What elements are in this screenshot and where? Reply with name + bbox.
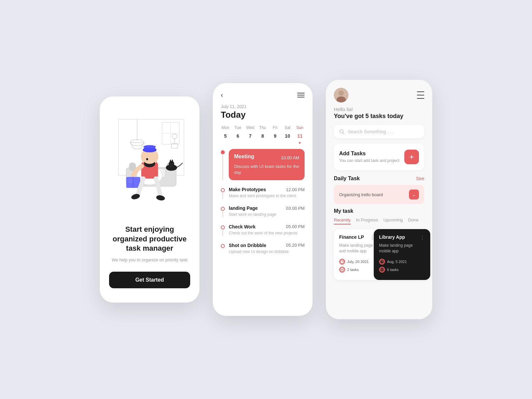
plus-icon: + xyxy=(409,153,414,161)
menu-icon[interactable] xyxy=(297,93,305,97)
svg-point-50 xyxy=(380,268,384,271)
dot-checkwork xyxy=(221,225,225,229)
finance-tasks-count: 2 tasks xyxy=(347,268,359,272)
svg-marker-19 xyxy=(170,159,172,162)
meeting-title: Meeting xyxy=(234,154,254,160)
my-task-section: My task Recently In Progress Upcoming Do… xyxy=(326,208,432,319)
add-tasks-title: Add Tasks xyxy=(339,151,399,157)
prototypes-content[interactable]: Make Prototypes 12.00 PM Make and sent p… xyxy=(229,187,305,199)
day-sun[interactable]: Sun 11 xyxy=(295,125,305,144)
daily-task-section: Daily Task See Organizing trello board ⌄ xyxy=(326,176,432,208)
prototypes-time: 12.00 PM xyxy=(286,187,305,192)
chevron-down-icon[interactable]: ⌄ xyxy=(409,190,419,200)
day-name-sun: Sun xyxy=(296,125,303,130)
greeting-tasks-count: You've got 5 tasks today xyxy=(334,113,424,120)
task-cards-row: Finance LP ⋮ Make landing page and mobil… xyxy=(334,229,424,280)
day-tue[interactable]: Tue 6 xyxy=(233,125,242,144)
library-clock-icon xyxy=(379,259,385,265)
day-mon[interactable]: Mon 5 xyxy=(221,125,230,144)
dot-meeting xyxy=(221,150,225,154)
day-sat[interactable]: Sat 10 xyxy=(283,125,292,144)
greeting-hello: Hello lia! xyxy=(334,106,424,112)
see-link[interactable]: See xyxy=(416,176,424,181)
checkwork-desc: Check out the work of the new projects xyxy=(229,230,305,236)
dot-prototypes xyxy=(221,188,225,192)
checkwork-title: Check Work xyxy=(229,224,256,229)
timeline-item-landing: landing Page 03.00 PM Start work on land… xyxy=(221,205,305,217)
greeting: Hello lia! You've got 5 tasks today xyxy=(326,106,432,125)
landing-time: 03.00 PM xyxy=(286,206,305,211)
daily-task-header: Daily Task See xyxy=(334,176,424,182)
date-big: Today xyxy=(221,110,305,120)
timeline-line-checkwork xyxy=(222,230,223,236)
daily-task-item[interactable]: Organizing trello board ⌄ xyxy=(334,185,424,204)
day-num-fri: 9 xyxy=(270,131,280,141)
landing-title: landing Page xyxy=(229,205,258,211)
timeline-item-dribbble: Shot on Dribbble 05.20 PM Upload new UI … xyxy=(221,243,305,255)
prototypes-title: Make Prototypes xyxy=(229,187,266,192)
day-dot-sun xyxy=(299,142,301,144)
svg-point-37 xyxy=(156,195,165,201)
library-desc: Make landing page mobile app xyxy=(379,243,425,254)
finance-date-meta: July, 20 2021 xyxy=(339,259,375,265)
meeting-time: 10.00 AM xyxy=(281,155,299,160)
calendar-header: ‹ xyxy=(213,83,313,103)
day-num-thu: 8 xyxy=(258,131,267,141)
taskmanager-menu-icon[interactable] xyxy=(417,91,424,99)
back-icon[interactable]: ‹ xyxy=(221,91,223,99)
tab-upcoming[interactable]: Upcoming xyxy=(383,217,403,224)
calendar-date: July 11, 2021 Today xyxy=(213,103,313,125)
finance-date: July, 20 2021 xyxy=(347,260,369,264)
landing-content[interactable]: landing Page 03.00 PM Start work on land… xyxy=(229,205,305,217)
dribbble-desc: Upload new UI design on dribbble xyxy=(229,249,305,255)
day-thu[interactable]: Thu 8 xyxy=(258,125,267,144)
meeting-card[interactable]: Meeting 10.00 AM Discuss with UI team ta… xyxy=(229,149,305,180)
dot-dribbble xyxy=(221,244,225,248)
timeline-line-landing xyxy=(222,211,223,217)
timeline-dot-checkwork xyxy=(221,224,225,236)
library-tasks-icon xyxy=(379,267,385,273)
task-card-finance[interactable]: Finance LP ⋮ Make landing page and mobil… xyxy=(334,229,380,280)
timeline-item-checkwork: Check Work 05.00 PM Check out the work o… xyxy=(221,224,305,236)
day-fri[interactable]: Fri 9 xyxy=(270,125,280,144)
menu-line-6 xyxy=(417,98,424,99)
timeline-dot-dribbble xyxy=(221,243,225,255)
finance-card-header: Finance LP ⋮ xyxy=(339,234,375,241)
timeline-line-meeting xyxy=(222,155,223,180)
svg-point-30 xyxy=(143,145,156,148)
menu-line-2 xyxy=(297,95,305,95)
checkwork-content[interactable]: Check Work 05.00 PM Check out the work o… xyxy=(229,224,305,236)
search-placeholder-text: Search Something . . . xyxy=(348,129,394,134)
get-started-button[interactable]: Get Started xyxy=(109,272,190,288)
svg-point-22 xyxy=(172,163,174,165)
task-card-library[interactable]: Library App ⋮ Make landing page mobile a… xyxy=(374,229,430,280)
finance-tasks-meta: 2 tasks xyxy=(339,267,375,273)
svg-point-31 xyxy=(146,158,148,160)
library-three-dots[interactable]: ⋮ xyxy=(420,234,425,241)
timeline-line-prototypes xyxy=(222,193,223,199)
svg-point-18 xyxy=(169,161,174,167)
timeline-dot-landing xyxy=(221,205,225,217)
finance-tasks-icon xyxy=(339,267,345,273)
add-tasks-card: Add Tasks You can start add task and pro… xyxy=(334,144,424,170)
onboarding-tagline: Start enjoying organized productive task… xyxy=(109,225,190,253)
tab-done[interactable]: Done xyxy=(408,217,419,224)
finance-desc: Make landing page and mobile app xyxy=(339,243,375,254)
menu-line-5 xyxy=(417,95,424,95)
onboarding-subtitle: We help you to organize on priority task xyxy=(112,257,188,262)
my-task-header: My task xyxy=(334,208,424,214)
tab-recently[interactable]: Recently xyxy=(334,217,351,224)
illustration xyxy=(109,106,190,219)
dribbble-time: 05.20 PM xyxy=(286,243,305,248)
landing-desc: Start work on landing page xyxy=(229,212,305,217)
add-task-button[interactable]: + xyxy=(404,150,419,164)
day-num-wed: 7 xyxy=(246,131,255,141)
task-tabs: Recently In Progress Upcoming Done xyxy=(334,217,424,224)
dribbble-content[interactable]: Shot on Dribbble 05.20 PM Upload new UI … xyxy=(229,243,305,255)
search-bar[interactable]: Search Something . . . xyxy=(334,125,424,138)
phone-taskmanager: Hello lia! You've got 5 tasks today Sear… xyxy=(326,80,432,319)
day-wed[interactable]: Wed 7 xyxy=(246,125,255,144)
user-avatar[interactable] xyxy=(334,88,348,102)
svg-point-27 xyxy=(145,159,155,164)
tab-inprogress[interactable]: In Progress xyxy=(356,217,378,224)
